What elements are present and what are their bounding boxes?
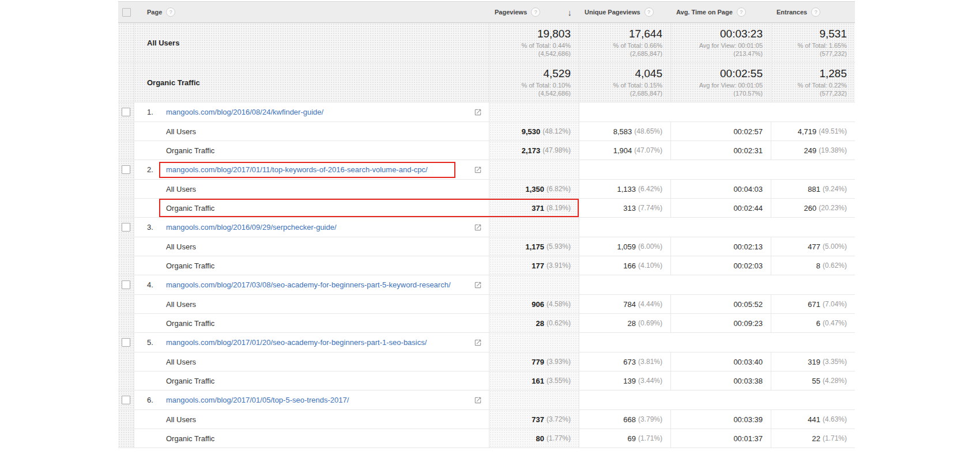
metric-percent: (1.71%) xyxy=(823,434,847,442)
summary-row: Organic Traffic4,529% of Total: 0.10%(4,… xyxy=(118,63,855,103)
checkbox-column-cell xyxy=(118,122,134,141)
segment-label: All Users xyxy=(166,300,196,309)
metric-value: 8,583 xyxy=(613,127,632,136)
metric-value: 161 xyxy=(532,377,544,385)
entrances-cell: 441(4.63%) xyxy=(771,410,855,429)
open-in-new-window-icon[interactable] xyxy=(474,108,482,116)
help-icon[interactable]: ? xyxy=(166,7,175,17)
pageviews-cell: 177(3.91%) xyxy=(489,256,579,275)
page-link[interactable]: mangools.com/blog/2016/08/24/kwfinder-gu… xyxy=(166,108,323,116)
empty-entrances-cell xyxy=(771,103,855,122)
metric-percent-of-total: % of Total: 0.66% xyxy=(613,41,662,50)
metric-value: 260 xyxy=(804,204,817,213)
column-header-entrances[interactable]: Entrances ? xyxy=(771,2,855,22)
page-row: 1.mangools.com/blog/2016/08/24/kwfinder-… xyxy=(118,103,855,122)
entrances-cell: 8(0.62%) xyxy=(771,256,855,275)
summary-entrances-cell: 9,531% of Total: 1.65%(577,232) xyxy=(771,23,855,62)
metric-value: 69 xyxy=(628,434,636,443)
summary-entrances-cell: 1,285% of Total: 0.22%(577,232) xyxy=(771,63,855,102)
metric-value: 1,175 xyxy=(525,242,544,251)
empty-pageviews-cell xyxy=(489,218,579,237)
column-label-unique-pageviews[interactable]: Unique Pageviews xyxy=(585,9,640,16)
row-checkbox[interactable] xyxy=(122,396,130,404)
row-checkbox[interactable] xyxy=(122,108,130,116)
open-in-new-window-icon[interactable] xyxy=(474,281,482,289)
metric-value: 00:02:57 xyxy=(733,127,763,136)
checkbox-column-cell xyxy=(118,141,134,160)
row-checkbox[interactable] xyxy=(122,165,130,174)
segment-label: All Users xyxy=(166,358,196,366)
pageviews-cell: 80(1.77%) xyxy=(489,429,579,448)
empty-avg-time-on-page-cell xyxy=(670,160,771,179)
checkbox-column-cell xyxy=(118,314,134,332)
column-header-avg-time-on-page[interactable]: Avg. Time on Page ? xyxy=(670,2,771,22)
segment-label-cell: Organic Traffic xyxy=(134,314,489,332)
column-header-unique-pageviews[interactable]: Unique Pageviews ? xyxy=(579,2,670,22)
metric-value: 477 xyxy=(808,242,820,251)
row-checkbox[interactable] xyxy=(122,338,130,347)
column-header-page[interactable]: Page ? xyxy=(134,2,489,22)
column-label-entrances[interactable]: Entrances xyxy=(777,9,807,16)
row-index: 3. xyxy=(147,223,166,232)
column-label-avg-time-on-page[interactable]: Avg. Time on Page xyxy=(676,9,733,16)
metric-value: 00:02:44 xyxy=(733,204,763,213)
metric-total-value: 17,644 xyxy=(629,28,662,40)
metric-site-total: (213.47%) xyxy=(733,50,763,58)
open-in-new-window-icon[interactable] xyxy=(474,339,482,347)
checkbox-column-cell xyxy=(118,295,134,313)
unique-pageviews-cell: 313(7.74%) xyxy=(579,199,670,217)
pageviews-cell: 737(3.72%) xyxy=(489,410,579,429)
help-icon[interactable]: ? xyxy=(644,7,654,17)
select-all-checkbox[interactable] xyxy=(122,8,131,17)
page-row: 3.mangools.com/blog/2016/09/29/serpcheck… xyxy=(118,218,855,237)
segment-row: All Users1,350(6.82%)1,133(6.42%)00:04:0… xyxy=(118,180,855,199)
pageviews-cell: 1,175(5.93%) xyxy=(489,237,579,256)
open-in-new-window-icon[interactable] xyxy=(474,166,482,174)
avg-time-on-page-cell: 00:02:57 xyxy=(670,122,771,141)
metric-percent: (3.93%) xyxy=(546,358,571,366)
row-checkbox[interactable] xyxy=(122,280,130,289)
column-label-pageviews[interactable]: Pageviews xyxy=(495,9,527,16)
help-icon[interactable]: ? xyxy=(737,7,746,17)
metric-value: 1,133 xyxy=(617,185,636,194)
metric-percent: (4.28%) xyxy=(823,377,847,385)
entrances-cell: 319(3.35%) xyxy=(771,352,855,371)
segment-label: All Users xyxy=(147,39,179,47)
metric-percent-of-total: % of Total: 0.44% xyxy=(522,41,571,50)
segment-row: Organic Traffic28(0.62%)28(0.69%)00:09:2… xyxy=(118,314,855,333)
metric-percent-of-total: % of Total: 0.22% xyxy=(798,81,847,89)
row-checkbox[interactable] xyxy=(122,223,130,232)
help-icon[interactable]: ? xyxy=(811,7,820,17)
metric-value: 737 xyxy=(532,415,544,424)
metric-percent: (3.35%) xyxy=(823,358,847,366)
metric-percent: (48.12%) xyxy=(542,127,571,135)
checkbox-column-cell xyxy=(118,23,134,62)
open-in-new-window-icon[interactable] xyxy=(474,396,482,404)
metric-value: 779 xyxy=(532,358,544,366)
page-link[interactable]: mangools.com/blog/2017/01/20/seo-academy… xyxy=(166,338,427,347)
empty-entrances-cell xyxy=(771,218,855,237)
column-header-pageviews[interactable]: Pageviews ? ↓ xyxy=(489,2,579,22)
unique-pageviews-cell: 668(3.79%) xyxy=(579,410,670,429)
empty-avg-time-on-page-cell xyxy=(670,390,771,409)
help-icon[interactable]: ? xyxy=(531,7,540,17)
metric-percent: (1.77%) xyxy=(546,434,571,442)
empty-avg-time-on-page-cell xyxy=(670,275,771,294)
page-link[interactable]: mangools.com/blog/2017/03/08/seo-academy… xyxy=(166,280,451,289)
checkbox-column-cell xyxy=(118,410,134,429)
sort-descending-icon[interactable]: ↓ xyxy=(568,8,572,17)
metric-value: 881 xyxy=(808,185,820,194)
page-link[interactable]: mangools.com/blog/2016/09/29/serpchecker… xyxy=(166,223,337,232)
segment-row: Organic Traffic80(1.77%)69(1.71%)00:01:3… xyxy=(118,429,855,448)
metric-value: 00:09:23 xyxy=(733,319,763,328)
open-in-new-window-icon[interactable] xyxy=(474,223,482,232)
avg-time-on-page-cell: 00:09:23 xyxy=(670,314,771,332)
checkbox-column-cell xyxy=(118,371,134,390)
column-label-page[interactable]: Page xyxy=(147,9,162,16)
metric-value: 668 xyxy=(623,415,636,424)
summary-avg-time-on-page-cell: 00:02:55Avg for View: 00:01:05(170.57%) xyxy=(670,63,771,102)
page-link[interactable]: mangools.com/blog/2017/01/05/top-5-seo-t… xyxy=(166,396,349,404)
metric-percent-of-total: Avg for View: 00:01:05 xyxy=(699,41,763,50)
row-index: 6. xyxy=(147,396,166,404)
page-link[interactable]: mangools.com/blog/2017/01/11/top-keyword… xyxy=(166,165,428,174)
